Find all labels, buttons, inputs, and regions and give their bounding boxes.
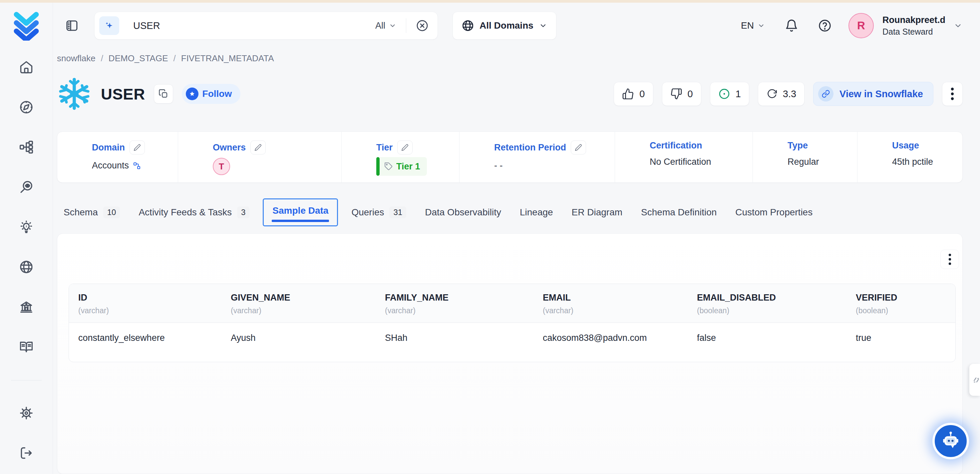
sidebar-rail <box>0 3 53 474</box>
dock-handle-icon <box>973 375 980 385</box>
close-circle-icon <box>415 19 429 32</box>
tab-data-observability[interactable]: Data Observability <box>415 207 511 218</box>
usage-value: 45th pctile <box>892 157 933 167</box>
chatbot-button[interactable] <box>933 423 968 459</box>
sample-data-more-button[interactable] <box>940 250 959 269</box>
domain-label[interactable]: Domain <box>92 142 125 153</box>
retention-value: - - <box>494 161 503 171</box>
link-icon <box>818 86 834 102</box>
dislike-button[interactable]: 0 <box>662 82 701 106</box>
tab-schema-definition-label: Schema Definition <box>641 207 717 218</box>
home-icon <box>19 60 33 75</box>
tier-edit-button[interactable] <box>397 140 412 154</box>
search-input[interactable] <box>132 20 375 32</box>
search-eye-icon <box>19 180 33 194</box>
chevron-down-icon <box>539 21 547 30</box>
tier-label[interactable]: Tier <box>376 142 393 153</box>
user-avatar[interactable]: R <box>848 13 874 38</box>
watchers-button[interactable]: 1 <box>710 82 749 106</box>
chevron-down-icon[interactable] <box>953 21 963 30</box>
all-domains-label: All Domains <box>479 20 533 31</box>
metadata-certification: Certification No Certification <box>615 132 753 183</box>
copy-link-button[interactable] <box>154 84 173 103</box>
thumbs-down-icon <box>670 88 682 100</box>
sidebar-item-logout[interactable] <box>19 446 33 460</box>
owners-edit-button[interactable] <box>250 140 266 154</box>
cell-id: constantly_elsewhere <box>69 323 221 362</box>
owner-avatar[interactable]: T <box>213 158 230 175</box>
tab-activity-feeds[interactable]: Activity Feeds & Tasks 3 <box>129 206 259 218</box>
user-menu[interactable]: Rounakpreet.d Data Steward <box>883 14 945 37</box>
view-in-snowflake-button[interactable]: View in Snowflake <box>813 82 933 106</box>
domain-value-row[interactable]: Accounts <box>92 161 178 171</box>
breadcrumb-item-database[interactable]: DEMO_STAGE <box>108 53 168 64</box>
tag-icon <box>384 162 393 171</box>
breadcrumb-item-schema[interactable]: FIVETRAN_METADATA <box>181 53 274 64</box>
search-clear-button[interactable] <box>415 19 429 32</box>
metadata-usage: Usage 45th pctile <box>858 132 963 183</box>
like-button[interactable]: 0 <box>614 82 653 106</box>
tab-lineage[interactable]: Lineage <box>511 207 562 218</box>
entity-identity: USER Follow <box>57 74 240 113</box>
sample-data-table: ID (varchar) GIVEN_NAME (varchar) FAMILY… <box>68 284 956 362</box>
tab-schema-label: Schema <box>64 207 98 218</box>
user-role: Data Steward <box>883 27 945 37</box>
tab-schema[interactable]: Schema 10 <box>57 206 129 218</box>
breadcrumb-separator: / <box>173 53 176 64</box>
certification-value: No Certification <box>650 157 711 167</box>
sidebar-toggle-button[interactable] <box>65 19 79 33</box>
tier-badge[interactable]: Tier 1 <box>376 157 427 176</box>
help-button[interactable] <box>818 19 832 33</box>
atlan-logo[interactable] <box>12 11 41 41</box>
tab-sample-data[interactable]: Sample Data <box>263 199 338 226</box>
table-row: constantly_elsewhere Ayush SHah cakosom8… <box>69 323 955 362</box>
owners-label[interactable]: Owners <box>213 142 246 153</box>
cell-email-disabled: false <box>687 323 846 362</box>
retention-edit-button[interactable] <box>571 140 586 154</box>
breadcrumb-separator: / <box>101 53 103 64</box>
tab-schema-definition[interactable]: Schema Definition <box>632 207 726 218</box>
tab-lineage-label: Lineage <box>520 207 553 218</box>
bank-icon <box>19 300 33 314</box>
breadcrumb-item-connection[interactable]: snowflake <box>57 53 95 64</box>
global-search: All <box>94 12 438 40</box>
entity-more-actions-button[interactable] <box>942 82 963 106</box>
retention-label[interactable]: Retention Period <box>494 142 566 153</box>
gear-icon <box>19 406 33 420</box>
sidebar-item-settings[interactable] <box>19 406 33 420</box>
metadata-type: Type Regular <box>753 132 858 183</box>
panel-toggle-icon <box>65 19 79 33</box>
sidebar-item-glossary[interactable] <box>19 339 33 354</box>
sidebar-item-governance[interactable] <box>19 300 33 314</box>
cell-verified: true <box>846 323 955 362</box>
side-dock-handle[interactable] <box>969 364 980 396</box>
sidebar-item-discover[interactable] <box>19 180 33 194</box>
tab-custom-properties-label: Custom Properties <box>735 207 813 218</box>
view-in-snowflake-label: View in Snowflake <box>840 89 923 100</box>
sidebar-item-web[interactable] <box>19 259 33 274</box>
certification-label[interactable]: Certification <box>650 140 702 151</box>
entity-actions: 0 0 1 <box>614 82 963 106</box>
sidebar-item-explore[interactable] <box>19 100 33 115</box>
popularity-button[interactable]: 3.3 <box>758 82 805 106</box>
tab-queries[interactable]: Queries 31 <box>342 206 415 218</box>
ai-sparkle-chip[interactable] <box>99 16 119 35</box>
sidebar-item-home[interactable] <box>19 60 33 75</box>
pencil-icon <box>255 144 262 151</box>
tab-custom-properties[interactable]: Custom Properties <box>726 207 822 218</box>
notifications-button[interactable] <box>784 19 799 33</box>
copy-icon <box>159 89 169 99</box>
sidebar-item-workflows[interactable] <box>19 140 33 154</box>
usage-label[interactable]: Usage <box>892 140 919 151</box>
language-selector[interactable]: EN <box>741 20 765 31</box>
domain-edit-button[interactable] <box>129 140 145 154</box>
breadcrumb: snowflake / DEMO_STAGE / FIVETRAN_METADA… <box>57 53 963 64</box>
search-scope-dropdown[interactable]: All <box>375 21 396 31</box>
type-label[interactable]: Type <box>788 140 808 151</box>
tab-queries-count: 31 <box>389 206 406 218</box>
tab-data-observability-label: Data Observability <box>425 207 501 218</box>
all-domains-button[interactable]: All Domains <box>453 12 557 40</box>
follow-button[interactable]: Follow <box>182 84 241 104</box>
tab-er-diagram[interactable]: ER Diagram <box>562 207 632 218</box>
sidebar-item-insights[interactable] <box>19 220 33 234</box>
